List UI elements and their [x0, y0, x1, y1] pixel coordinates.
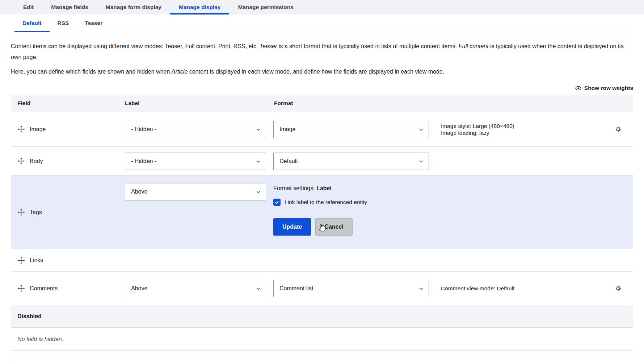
- tab-manage-permissions[interactable]: Manage permissions: [229, 0, 302, 14]
- primary-tab-bar: Edit Manage fields Manage form display M…: [0, 0, 644, 14]
- field-display-table: Field Label Format Image - Hidden -: [11, 95, 633, 351]
- tab-manage-form-display[interactable]: Manage form display: [97, 0, 170, 14]
- format-summary: Comment view mode: Default: [434, 285, 601, 292]
- tab-edit[interactable]: Edit: [14, 0, 42, 14]
- table-header-row: Field Label Format: [11, 95, 633, 112]
- intro-text: Content items can be displayed using dif…: [11, 41, 633, 77]
- label-select-value: Above: [131, 188, 147, 195]
- disabled-section-empty-row: No field is hidden.: [11, 327, 633, 351]
- format-select-value: Image: [279, 126, 295, 133]
- collapsed-details-top-edge[interactable]: [11, 359, 633, 361]
- update-button[interactable]: Update: [273, 218, 311, 236]
- format-select[interactable]: Image: [273, 121, 429, 138]
- drag-handle-icon[interactable]: [17, 125, 25, 133]
- format-settings-gear-icon[interactable]: [615, 285, 622, 292]
- chevron-down-icon: [256, 159, 261, 164]
- chevron-down-icon: [256, 127, 261, 132]
- table-row-tags: Tags Above Format settings: Label Link l…: [11, 175, 633, 249]
- column-header-field: Field: [11, 100, 125, 107]
- tab-rss[interactable]: RSS: [50, 14, 77, 32]
- drag-handle-icon[interactable]: [17, 157, 25, 165]
- no-field-hidden-message: No field is hidden.: [17, 336, 63, 343]
- link-label-checkbox[interactable]: [273, 199, 281, 206]
- drag-handle-icon[interactable]: [17, 285, 25, 292]
- column-header-format: Format: [273, 100, 434, 107]
- label-select-value: Above: [131, 285, 147, 292]
- field-name: Tags: [30, 209, 42, 216]
- tab-manage-fields[interactable]: Manage fields: [42, 0, 97, 14]
- tab-default[interactable]: Default: [14, 14, 50, 32]
- view-mode-tab-bar: Default RSS Teaser: [11, 14, 633, 32]
- chevron-down-icon: [256, 286, 261, 291]
- tab-manage-display[interactable]: Manage display: [170, 0, 229, 14]
- chevron-down-icon: [418, 127, 424, 132]
- table-row-body: Body - Hidden - Default: [11, 146, 633, 175]
- show-row-weights-link[interactable]: Show row weights: [11, 84, 633, 92]
- link-label-checkbox-label[interactable]: Link label to the referenced entity: [285, 199, 367, 206]
- format-select[interactable]: Comment list: [273, 280, 429, 297]
- show-row-weights-label: Show row weights: [584, 85, 633, 91]
- tab-teaser[interactable]: Teaser: [77, 14, 110, 32]
- field-name: Body: [30, 158, 43, 165]
- table-row-image: Image - Hidden - Image Image style: Larg…: [11, 112, 633, 146]
- check-icon: [274, 200, 279, 205]
- format-settings-gear-icon[interactable]: [615, 126, 622, 133]
- table-row-comments: Comments Above Comment list Comment view…: [11, 271, 633, 305]
- format-select[interactable]: Default: [273, 153, 429, 170]
- column-header-label: Label: [125, 100, 273, 107]
- format-settings-panel: Format settings: Label Link label to the…: [273, 176, 633, 249]
- disabled-section-header: Disabled: [11, 305, 633, 327]
- format-select-value: Comment list: [279, 285, 313, 292]
- table-row-links: Links: [11, 249, 633, 271]
- label-select-value: - Hidden -: [131, 126, 156, 133]
- label-select[interactable]: Above: [125, 280, 266, 297]
- intro-paragraph-2: Here, you can define which fields are sh…: [11, 66, 626, 77]
- intro-paragraph-1: Content items can be displayed using dif…: [11, 41, 626, 63]
- chevron-down-icon: [418, 159, 424, 164]
- label-select-value: - Hidden -: [131, 158, 156, 165]
- format-settings-title: Format settings: Label: [273, 185, 633, 192]
- label-select[interactable]: - Hidden -: [125, 153, 266, 170]
- field-name: Links: [30, 257, 43, 264]
- chevron-down-icon: [418, 286, 424, 291]
- label-select[interactable]: Above: [125, 183, 266, 200]
- drag-handle-icon[interactable]: [17, 257, 25, 264]
- cancel-button[interactable]: Cancel: [315, 218, 352, 236]
- format-summary: Image style: Large (480×480) Image loadi…: [434, 123, 601, 136]
- chevron-down-icon: [256, 189, 261, 195]
- field-name: Image: [30, 126, 46, 133]
- eye-icon: [575, 86, 581, 91]
- field-name: Comments: [30, 285, 58, 292]
- format-select-value: Default: [279, 158, 298, 165]
- label-select[interactable]: - Hidden -: [125, 121, 266, 138]
- drag-handle-icon[interactable]: [17, 208, 25, 216]
